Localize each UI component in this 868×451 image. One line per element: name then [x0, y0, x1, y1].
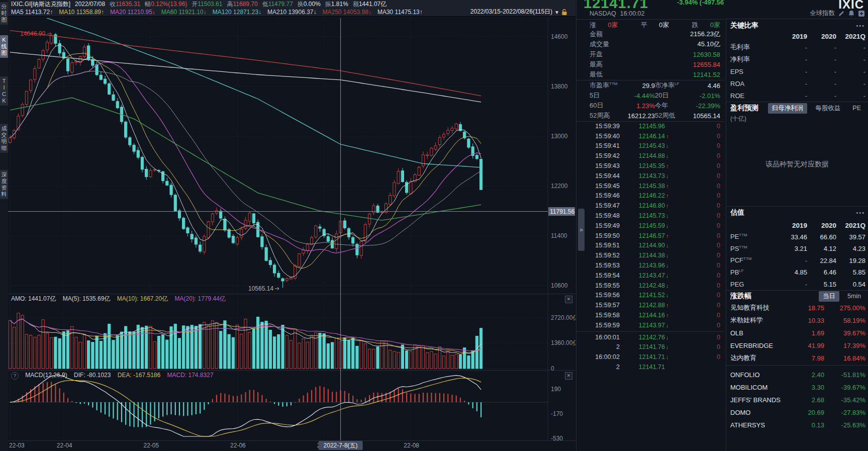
tick-time: 15:59:40 [590, 133, 620, 140]
tick-row[interactable]: 15:59:5612141.52↓0 [590, 291, 720, 301]
metric-value: 3.21 [778, 245, 807, 252]
tick-row[interactable]: 15:59:4612146.22↑0 [590, 191, 720, 201]
mover-name: JEFFS' BRANDS [730, 396, 794, 404]
stat-label: 换 [298, 1, 304, 8]
tick-row[interactable]: 15:59:4412143.73↓0 [590, 171, 720, 181]
tick-row[interactable]: 15:59:5212144.38↓0 [590, 250, 720, 260]
close-macd-panel-button[interactable]: ✕ [565, 372, 572, 380]
mover-row-down-2[interactable]: JEFFS' BRANDS2.68-35.42% [730, 394, 865, 406]
movers-tab-1[interactable]: 5min [843, 292, 865, 301]
close-volume-panel-button[interactable]: ✕ [565, 296, 572, 303]
mover-row-up-3[interactable]: EVERBRIDGE41.9917.39% [730, 339, 865, 352]
tick-time: 15:59:57 [590, 302, 620, 309]
tick-time: 16:00:02 [590, 353, 620, 360]
stat-6: 低11479.77 [262, 0, 293, 8]
forecast-tabs: 归母净利润每股收益PE [768, 103, 865, 114]
stat-label: 开 [191, 1, 198, 8]
alert-bell-icon[interactable] [848, 10, 855, 17]
quote-label: 最高 [590, 60, 603, 69]
tick-time: 15:59:59 [590, 322, 620, 329]
tick-row[interactable]: 15:59:3912145.960 [590, 121, 720, 131]
sidebar-item-2[interactable]: TICK [0, 76, 8, 106]
sidebar-item-3[interactable]: 成交明细 [0, 124, 8, 153]
section-title: 关键比率 [730, 21, 758, 30]
date-range-selector[interactable]: 2022/03/15-2022/08/26(115日) [470, 8, 552, 16]
stat-label: 额 [353, 1, 359, 8]
ma-label-2: MA20 11210.95↓ [110, 9, 155, 16]
metric-value: - [778, 56, 807, 63]
tick-direction-icon: ↑ [665, 193, 672, 199]
tick-row[interactable]: 16:00:0212141.71↓0 [590, 352, 720, 362]
metric-value: - [778, 257, 807, 264]
tick-row[interactable]: 16:00:0112142.76↓0 [590, 332, 720, 342]
mover-row-down-4[interactable]: ATHERSYS0.13-25.63% [730, 419, 865, 431]
sidebar-item-char: 时 [2, 10, 7, 17]
tick-price: 12143.97 [620, 322, 665, 329]
mover-row-down-3[interactable]: DOMO20.69-27.83% [730, 406, 865, 419]
quote-label: 5日 [590, 91, 600, 100]
sidebar-item-0[interactable]: 分时图 [0, 2, 8, 25]
svg-text:22-04: 22-04 [57, 442, 72, 449]
tick-row[interactable]: 15:59:5012146.57↑0 [590, 231, 720, 241]
svg-text:10600: 10600 [551, 282, 568, 289]
svg-text:11791.56: 11791.56 [550, 208, 574, 215]
forecast-tab-2[interactable]: PE [848, 104, 865, 113]
sidebar-item-4[interactable]: 深度资料 [0, 170, 8, 199]
tick-row[interactable]: 15:59:4812145.73↓0 [590, 211, 720, 221]
quote-label: 金额 [590, 30, 603, 39]
quote-label: 20日 [655, 91, 668, 100]
tick-row[interactable]: 15:59:5412143.47↓0 [590, 270, 720, 281]
tick-row[interactable]: 212141.76↓0 [590, 342, 720, 352]
tick-row[interactable]: 15:59:4012146.14↑0 [590, 131, 720, 141]
kline-chart[interactable]: 14600138001300012200114001060022-0322-04… [8, 16, 575, 451]
tick-row[interactable]: 15:59:4112145.43↓0 [590, 141, 720, 151]
lock-icon[interactable] [561, 9, 567, 16]
panel-collapse-handle[interactable]: » [578, 209, 585, 251]
tick-row[interactable]: 15:59:5512142.48↓0 [590, 281, 720, 291]
mover-row-up-0[interactable]: 见知教育科技18.75275.00% [730, 302, 865, 314]
forecast-tab-1[interactable]: 每股收益 [811, 103, 844, 114]
tick-row[interactable]: 15:59:4312145.35↑0 [590, 161, 720, 171]
sidebar-item-1[interactable]: K线图 [0, 35, 8, 58]
mover-row-down-0[interactable]: ONFOLIO2.40-51.81% [730, 369, 865, 381]
edit-icon[interactable] [838, 10, 845, 17]
tick-row[interactable]: 15:59:5712142.88↑0 [590, 300, 720, 310]
tick-row[interactable]: 15:59:4512145.38↑0 [590, 181, 720, 191]
tick-row[interactable]: 15:59:4212144.88↓0 [590, 151, 720, 161]
forecast-tab-0[interactable]: 归母净利润 [768, 103, 808, 114]
tick-row[interactable]: 212141.71 [590, 362, 720, 372]
tick-volume: 0 [717, 322, 720, 329]
svg-text:22-03: 22-03 [9, 442, 25, 449]
quote-cell: 60日1.23% [590, 101, 655, 110]
tick-direction-icon: ↓ [665, 262, 672, 268]
mover-row-up-2[interactable]: OLB1.6939.67% [730, 327, 865, 339]
breadth-value: 0家 [608, 21, 618, 30]
more-menu-icon[interactable]: ••• [856, 23, 865, 29]
tick-row[interactable]: 15:59:4912145.59↓0 [590, 221, 720, 231]
movers-tab-0[interactable]: 当日 [819, 291, 839, 302]
quote-value: 1.23% [636, 102, 655, 110]
fundamentals-panel: IXIC 全球指数 关键比率•••201920202021Q毛利率---净利率-… [726, 0, 868, 451]
mover-price: 20.69 [794, 409, 824, 416]
breadth-label: 跌 [692, 21, 698, 30]
mover-change-pct: 17.39% [824, 342, 865, 349]
tick-direction-icon: ↑ [665, 312, 672, 318]
chevron-down-icon[interactable]: ▼ [554, 10, 559, 15]
tick-row[interactable]: 15:59:5112144.90↓0 [590, 241, 720, 251]
tick-row[interactable]: 15:59:5812144.16↑0 [590, 310, 720, 320]
help-icon[interactable]: ? [11, 372, 19, 380]
more-menu-icon[interactable]: ••• [856, 210, 865, 216]
add-icon[interactable] [858, 10, 865, 17]
mover-row-up-4[interactable]: 达内教育7.9816.84% [730, 352, 865, 365]
stat-value: 1.81% [331, 1, 348, 8]
mover-row-up-1[interactable]: 米勒娃科学10.3358.19% [730, 314, 865, 327]
mover-row-down-1[interactable]: MOBILICOM3.30-39.67% [730, 381, 865, 394]
tick-row[interactable]: 15:59:4712146.80↑0 [590, 201, 720, 211]
tick-direction-icon: ↓ [665, 344, 672, 350]
metric-value: 5.85 [836, 268, 865, 276]
tick-row[interactable]: 15:59:5912143.97↓0 [590, 320, 720, 330]
quote-label: 60日 [590, 101, 603, 110]
tick-price: 12145.59 [620, 222, 665, 229]
tick-row[interactable]: 15:59:5312143.96↓0 [590, 260, 720, 270]
sidebar-item-char: 度 [2, 178, 7, 185]
